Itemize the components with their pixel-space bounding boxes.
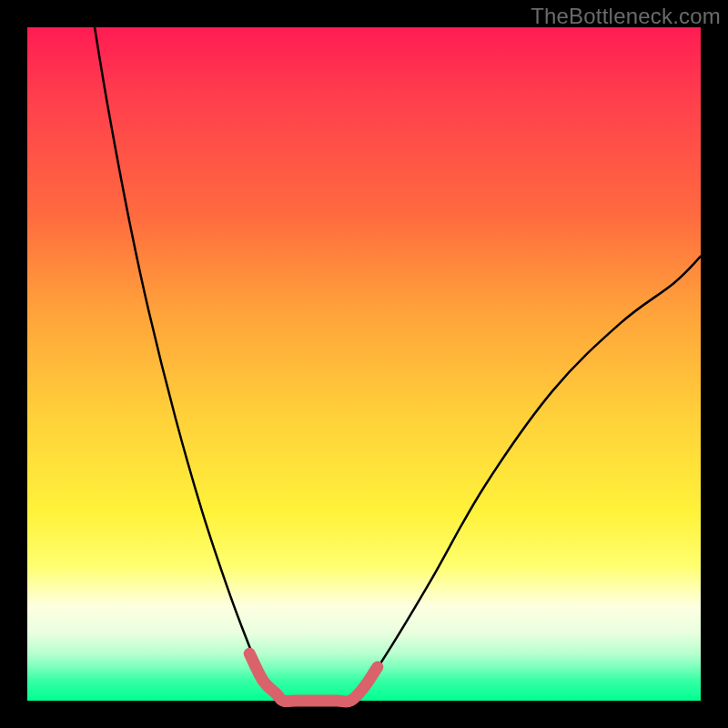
red-trough xyxy=(249,653,378,702)
black-curve-right-path xyxy=(350,257,701,701)
red-trough-path xyxy=(249,653,378,702)
black-curve-left-path xyxy=(95,27,283,701)
watermark-text: TheBottleneck.com xyxy=(531,4,721,29)
plot-area xyxy=(27,27,701,701)
curve-layer xyxy=(27,27,701,701)
chart-frame: TheBottleneck.com xyxy=(0,0,728,728)
black-curve xyxy=(95,27,701,701)
